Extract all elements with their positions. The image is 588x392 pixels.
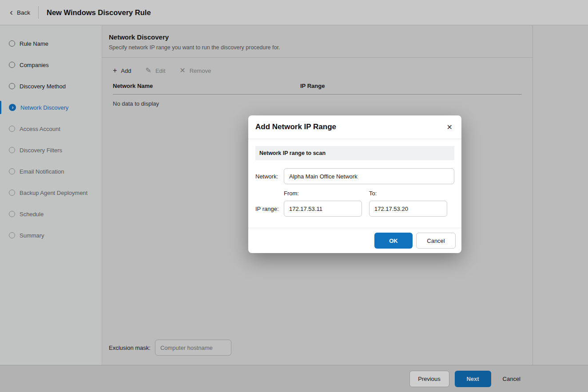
close-icon[interactable]: ✕ bbox=[445, 121, 454, 133]
ip-to-input[interactable] bbox=[369, 201, 447, 217]
dialog-section-band: Network IP range to scan bbox=[255, 146, 454, 160]
dialog-title: Add Network IP Range bbox=[255, 123, 336, 131]
screen: ‹ Back New Windows Discovery Rule Rule N… bbox=[0, 0, 588, 392]
dialog-footer: OK Cancel bbox=[248, 228, 461, 253]
network-label: Network: bbox=[255, 173, 284, 180]
dialog-header: Add Network IP Range ✕ bbox=[248, 115, 461, 139]
to-label: To: bbox=[369, 190, 447, 197]
ip-range-row: IP range: bbox=[255, 201, 454, 217]
dialog-cancel-button[interactable]: Cancel bbox=[416, 233, 456, 249]
dialog-body: Network IP range to scan Network: From: … bbox=[248, 146, 461, 217]
network-row: Network: bbox=[255, 168, 454, 184]
fromto-labels-row: From: To: bbox=[284, 190, 454, 197]
ok-button[interactable]: OK bbox=[374, 233, 413, 249]
from-label: From: bbox=[284, 190, 362, 197]
ip-range-label: IP range: bbox=[255, 206, 284, 212]
add-network-ip-range-dialog: Add Network IP Range ✕ Network IP range … bbox=[248, 115, 461, 253]
network-name-input[interactable] bbox=[284, 168, 454, 184]
ip-from-input[interactable] bbox=[284, 201, 362, 217]
